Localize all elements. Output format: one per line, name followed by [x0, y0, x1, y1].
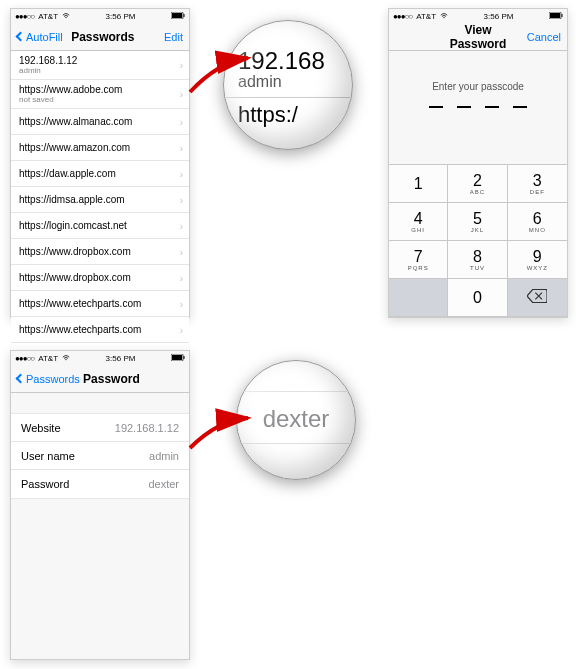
svg-rect-7	[561, 14, 562, 17]
nav-title: Password	[80, 372, 143, 386]
signal-dots-icon: ●●●○○	[15, 354, 34, 363]
wifi-icon	[62, 354, 70, 362]
chevron-right-icon: ›	[180, 142, 183, 153]
signal-dots-icon: ●●●○○	[393, 12, 412, 21]
keypad-key-1[interactable]: 1	[389, 165, 448, 203]
password-row[interactable]: https://www.dropbox.com›	[11, 265, 189, 291]
keypad-key-8[interactable]: 8TUV	[448, 241, 507, 279]
screen-passwords-list: ●●●○○ AT&T 3:56 PM AutoFill Passwords Ed…	[10, 8, 190, 318]
keypad-key-2[interactable]: 2ABC	[448, 165, 507, 203]
status-bar: ●●●○○ AT&T 3:56 PM	[11, 9, 189, 23]
battery-icon	[171, 12, 185, 21]
battery-icon	[171, 354, 185, 363]
chevron-right-icon: ›	[180, 89, 183, 100]
magnifier-callout-list: 192.168 admin https:/	[223, 20, 353, 150]
lens1-site: 192.168	[238, 47, 342, 75]
chevron-left-icon	[16, 32, 26, 42]
battery-icon	[549, 12, 563, 21]
chevron-right-icon: ›	[180, 168, 183, 179]
clock-label: 3:56 PM	[106, 354, 136, 363]
password-row[interactable]: https://www.dropbox.com›	[11, 239, 189, 265]
detail-group: Website192.168.1.12 User nameadmin Passw…	[11, 413, 189, 499]
keypad-delete[interactable]	[508, 279, 567, 317]
svg-rect-11	[183, 356, 184, 359]
keypad-blank	[389, 279, 448, 317]
password-row[interactable]: https://www.almanac.com›	[11, 109, 189, 135]
clock-label: 3:56 PM	[484, 12, 514, 21]
cancel-button[interactable]: Cancel	[521, 31, 561, 43]
svg-rect-6	[550, 13, 560, 18]
chevron-right-icon: ›	[180, 324, 183, 335]
lens2-password: dexter	[263, 405, 330, 432]
password-row[interactable]: https://login.comcast.net›	[11, 213, 189, 239]
status-bar: ●●●○○ AT&T 3:56 PM	[389, 9, 567, 23]
lens1-user: admin	[238, 73, 342, 91]
numeric-keypad: 1 2ABC 3DEF 4GHI 5JKL 6MNO 7PQRS 8TUV 9W…	[389, 164, 567, 317]
chevron-right-icon: ›	[180, 60, 183, 71]
svg-point-4	[443, 17, 444, 18]
keypad-key-7[interactable]: 7PQRS	[389, 241, 448, 279]
wifi-icon	[62, 12, 70, 20]
passcode-prompt: Enter your passcode	[389, 81, 567, 92]
edit-button[interactable]: Edit	[143, 31, 183, 43]
back-label: AutoFill	[26, 31, 63, 43]
chevron-right-icon: ›	[180, 116, 183, 127]
chevron-right-icon: ›	[180, 194, 183, 205]
wifi-icon	[440, 12, 448, 20]
svg-rect-3	[183, 14, 184, 17]
carrier-label: AT&T	[416, 12, 436, 21]
chevron-right-icon: ›	[180, 220, 183, 231]
nav-bar: AutoFill Passwords Edit	[11, 23, 189, 51]
screen-passcode: ●●●○○ AT&T 3:56 PM View Password Cancel …	[388, 8, 568, 318]
password-row[interactable]: https://www.amazon.com›	[11, 135, 189, 161]
keypad-key-4[interactable]: 4GHI	[389, 203, 448, 241]
keypad-key-3[interactable]: 3DEF	[508, 165, 567, 203]
keypad-key-9[interactable]: 9WXYZ	[508, 241, 567, 279]
svg-rect-10	[172, 355, 182, 360]
chevron-right-icon: ›	[180, 246, 183, 257]
signal-dots-icon: ●●●○○	[15, 12, 34, 21]
carrier-label: AT&T	[38, 12, 58, 21]
keypad-key-5[interactable]: 5JKL	[448, 203, 507, 241]
status-bar: ●●●○○ AT&T 3:56 PM	[11, 351, 189, 365]
nav-bar: Passwords Password	[11, 365, 189, 393]
field-password[interactable]: Passworddexter	[11, 470, 189, 498]
svg-point-0	[65, 17, 66, 18]
password-row[interactable]: https://www.etechparts.com›	[11, 291, 189, 317]
back-label: Passwords	[26, 373, 80, 385]
field-website[interactable]: Website192.168.1.12	[11, 414, 189, 442]
chevron-left-icon	[16, 374, 26, 384]
password-row[interactable]: https://www.adobe.comnot saved›	[11, 80, 189, 109]
passwords-table: 192.168.1.12admin› https://www.adobe.com…	[11, 51, 189, 343]
chevron-right-icon: ›	[180, 298, 183, 309]
back-button[interactable]: Passwords	[17, 373, 80, 385]
svg-point-8	[65, 359, 66, 360]
password-row[interactable]: https://idmsa.apple.com›	[11, 187, 189, 213]
password-row[interactable]: 192.168.1.12admin›	[11, 51, 189, 80]
carrier-label: AT&T	[38, 354, 58, 363]
svg-rect-2	[172, 13, 182, 18]
magnifier-callout-password: dexter	[236, 360, 356, 480]
nav-bar: View Password Cancel	[389, 23, 567, 51]
password-row[interactable]: https://daw.apple.com›	[11, 161, 189, 187]
backspace-icon	[527, 289, 547, 307]
password-row[interactable]: https://www.etechparts.com›	[11, 317, 189, 343]
chevron-right-icon: ›	[180, 272, 183, 283]
field-username[interactable]: User nameadmin	[11, 442, 189, 470]
keypad-key-6[interactable]: 6MNO	[508, 203, 567, 241]
clock-label: 3:56 PM	[106, 12, 136, 21]
screen-password-detail: ●●●○○ AT&T 3:56 PM Passwords Password We…	[10, 350, 190, 660]
back-button[interactable]: AutoFill	[17, 31, 63, 43]
keypad-key-0[interactable]: 0	[448, 279, 507, 317]
nav-title: Passwords	[63, 30, 143, 44]
passcode-dashes	[389, 106, 567, 108]
nav-title: View Password	[435, 23, 521, 51]
lens1-next: https:/	[238, 102, 342, 128]
